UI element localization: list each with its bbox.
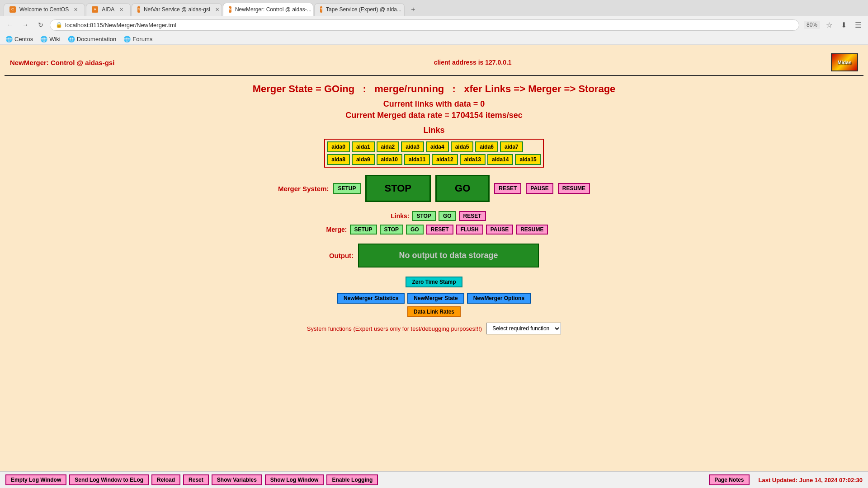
newmerger-state-button[interactable]: NewMerger State	[407, 293, 464, 304]
links-ctrl-row: Links: STOP GO RESET	[5, 211, 863, 221]
toolbar-icons: ☆ ⬇ ☰	[823, 19, 864, 31]
tab-favicon-welcome: C	[9, 6, 16, 13]
bookmark-wiki-label: Wiki	[49, 36, 61, 42]
link-aida10[interactable]: aida10	[377, 154, 402, 165]
menu-icon[interactable]: ☰	[852, 19, 864, 31]
merge-resume-button[interactable]: RESUME	[516, 225, 548, 235]
link-aida1[interactable]: aida1	[352, 141, 375, 152]
merge-pause-button[interactable]: PAUSE	[486, 225, 513, 235]
zoom-level: 80%	[804, 21, 820, 29]
system-functions-label: System functions (Expert users only for …	[307, 325, 482, 332]
back-button[interactable]: ←	[4, 19, 16, 31]
link-aida4[interactable]: aida4	[426, 141, 449, 152]
merge-stop-button[interactable]: STOP	[380, 225, 403, 235]
bookmark-icon[interactable]: ☆	[823, 19, 835, 31]
statistics-row: NewMerger Statistics NewMerger State New…	[5, 293, 863, 304]
address-bar[interactable]	[65, 22, 793, 28]
bookmark-bar: 🌐 Centos 🌐 Wiki 🌐 Documentation 🌐 Forums	[0, 34, 868, 45]
bookmark-wiki[interactable]: 🌐 Wiki	[40, 36, 61, 42]
data-link-rates-button[interactable]: Data Link Rates	[407, 306, 461, 317]
tab-newmerger[interactable]: N NewMerger: Control @ aidas-... ✕	[223, 3, 313, 16]
link-aida13[interactable]: aida13	[460, 154, 486, 165]
link-aida0[interactable]: aida0	[327, 141, 350, 152]
tab-aida[interactable]: A AIDA ✕	[86, 3, 131, 16]
links-grid: aida0 aida1 aida2 aida3 aida4 aida5 aida…	[324, 139, 544, 168]
tab-favicon-aida: A	[92, 6, 98, 13]
output-label: Output:	[329, 252, 354, 259]
bookmark-centos-label: Centos	[14, 36, 33, 42]
link-aida3[interactable]: aida3	[401, 141, 424, 152]
go-button[interactable]: GO	[435, 175, 490, 202]
bottom-spacer	[5, 343, 863, 366]
main-status: Merger State = GOing : merge/running : x…	[5, 83, 863, 120]
data-link-rates-row: Data Link Rates	[5, 306, 863, 317]
tab-favicon-netvar: N	[137, 6, 140, 13]
links-stop-button[interactable]: STOP	[412, 211, 435, 221]
tab-label-tape: Tape Service (Expert) @ aida...	[326, 6, 401, 13]
tab-close-aida[interactable]: ✕	[118, 6, 125, 13]
link-aida7[interactable]: aida7	[500, 141, 523, 152]
tab-label-welcome: Welcome to CentOS	[19, 6, 69, 13]
tab-netvar[interactable]: N NetVar Service @ aidas-gsi ✕	[132, 3, 222, 16]
merger-state-going: Merger State = GOing	[253, 83, 355, 94]
merge-flush-button[interactable]: FLUSH	[456, 225, 483, 235]
link-aida12[interactable]: aida12	[432, 154, 458, 165]
merge-reset-button[interactable]: RESET	[426, 225, 453, 235]
bookmark-documentation[interactable]: 🌐 Documentation	[68, 36, 116, 42]
tab-close-welcome[interactable]: ✕	[72, 6, 79, 13]
bottom-bar: Empty Log Window Send Log Window to ELog…	[0, 471, 868, 474]
link-aida11[interactable]: aida11	[404, 154, 430, 165]
tab-label-netvar: NetVar Service @ aidas-gsi	[144, 6, 210, 13]
merge-go-button[interactable]: GO	[406, 225, 424, 235]
links-row-1: aida0 aida1 aida2 aida3 aida4 aida5 aida…	[327, 141, 541, 152]
tab-label-aida: AIDA	[102, 6, 114, 13]
pause-button[interactable]: PAUSE	[526, 183, 553, 194]
merger-controls: Merger System: SETUP STOP GO RESET PAUSE…	[5, 175, 863, 202]
documentation-globe-icon: 🌐	[68, 36, 75, 42]
bookmark-centos[interactable]: 🌐 Centos	[5, 36, 33, 42]
tab-welcome[interactable]: C Welcome to CentOS ✕	[4, 3, 85, 16]
links-reset-button[interactable]: RESET	[459, 211, 486, 221]
client-address: client address is 127.0.0.1	[434, 59, 512, 66]
link-aida8[interactable]: aida8	[327, 154, 350, 165]
link-aida2[interactable]: aida2	[377, 141, 400, 152]
reset-button[interactable]: RESET	[494, 183, 521, 194]
tab-close-netvar[interactable]: ✕	[214, 6, 221, 13]
output-display: No output to data storage	[358, 244, 539, 267]
resume-button[interactable]: RESUME	[558, 183, 590, 194]
merge-ctrl-label: Merge:	[320, 226, 347, 233]
midas-logo: Midas	[831, 53, 858, 71]
links-go-button[interactable]: GO	[439, 211, 456, 221]
new-tab-button[interactable]: +	[407, 4, 419, 15]
page-title: NewMerger: Control @ aidas-gsi	[10, 59, 114, 66]
bookmark-forums-label: Forums	[132, 36, 152, 42]
select-function-dropdown[interactable]: Select required function Option 1 Option…	[486, 323, 561, 334]
newmerger-options-button[interactable]: NewMerger Options	[467, 293, 531, 304]
link-aida6[interactable]: aida6	[475, 141, 498, 152]
tab-tape[interactable]: T Tape Service (Expert) @ aida... ✕	[314, 3, 405, 16]
current-links: Current links with data = 0	[5, 99, 863, 109]
link-aida9[interactable]: aida9	[352, 154, 375, 165]
refresh-button[interactable]: ↻	[34, 19, 47, 31]
tab-label-newmerger: NewMerger: Control @ aidas-...	[235, 6, 311, 13]
links-ctrl-label: Links:	[382, 212, 409, 220]
link-aida14[interactable]: aida14	[487, 154, 513, 165]
newmerger-statistics-button[interactable]: NewMerger Statistics	[337, 293, 405, 304]
merger-system-label: Merger System:	[278, 185, 329, 192]
stop-button[interactable]: STOP	[365, 175, 431, 202]
sub-controls: Links: STOP GO RESET Merge: SETUP STOP G…	[5, 211, 863, 235]
download-icon[interactable]: ⬇	[837, 19, 850, 31]
forward-button[interactable]: →	[19, 19, 32, 31]
merger-state-xfer: xfer Links => Merger => Storage	[464, 83, 615, 94]
zero-timestamp-button[interactable]: Zero Time Stamp	[406, 277, 462, 287]
current-rate: Current Merged data rate = 1704154 items…	[5, 111, 863, 120]
merge-setup-button[interactable]: SETUP	[350, 225, 377, 235]
bookmark-forums[interactable]: 🌐 Forums	[123, 36, 152, 42]
link-aida5[interactable]: aida5	[451, 141, 474, 152]
merger-state-line: Merger State = GOing : merge/running : x…	[5, 83, 863, 95]
setup-button[interactable]: SETUP	[333, 183, 360, 194]
merger-state-running: merge/running	[374, 83, 444, 94]
link-aida15[interactable]: aida15	[515, 154, 541, 165]
bookmark-documentation-label: Documentation	[77, 36, 116, 42]
tab-bar: C Welcome to CentOS ✕ A AIDA ✕ N NetVar …	[0, 0, 868, 16]
